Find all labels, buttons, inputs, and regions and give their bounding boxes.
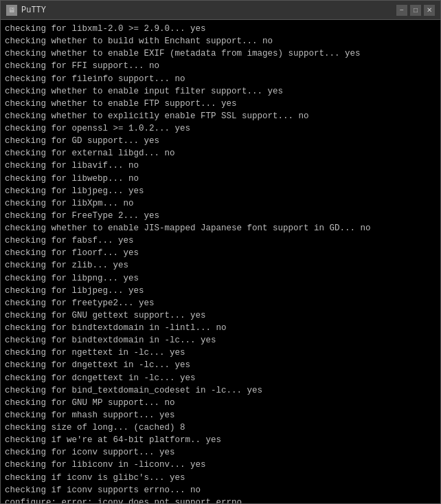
terminal-line: checking whether to enable JIS-mapped Ja… <box>5 222 436 234</box>
app-icon: 🖥 <box>6 5 17 16</box>
terminal-line: checking for libiconv in -liconv... yes <box>5 459 436 471</box>
terminal-line: checking for openssl >= 1.0.2... yes <box>5 122 436 135</box>
maximize-button[interactable]: □ <box>410 5 421 16</box>
terminal-line: checking whether to enable input filter … <box>5 85 436 98</box>
terminal-line: checking for external libgd... no <box>5 147 436 160</box>
terminal-line: checking size of long... (cached) 8 <box>5 421 436 434</box>
titlebar: 🖥 PuTTY − □ ✕ <box>1 1 440 20</box>
terminal-line: checking for bindtextdomain in -lintl...… <box>5 322 436 334</box>
terminal-line: checking for GD support... yes <box>5 135 436 147</box>
putty-window: 🖥 PuTTY − □ ✕ checking for libxml-2.0 >=… <box>0 0 441 504</box>
close-button[interactable]: ✕ <box>424 5 435 16</box>
terminal-line: checking if iconv is glibc's... yes <box>5 472 436 484</box>
terminal-line: checking whether to build with Enchant s… <box>5 35 436 47</box>
terminal-line: checking for mhash support... yes <box>5 409 436 421</box>
terminal-line: checking for libjpeg... yes <box>5 285 436 297</box>
terminal-line: checking for libXpm... no <box>5 197 436 210</box>
terminal-line: checking for freetype2... yes <box>5 297 436 309</box>
terminal-line: checking for libjpeg... yes <box>5 185 436 197</box>
terminal-line: checking for dcngettext in -lc... yes <box>5 372 436 384</box>
terminal-line: checking for bind_textdomain_codeset in … <box>5 384 436 397</box>
terminal-line: checking if iconv supports errno... no <box>5 484 436 496</box>
terminal-line: checking for GNU gettext support... yes <box>5 309 436 322</box>
terminal-line: checking for libxml-2.0 >= 2.9.0... yes <box>5 23 436 35</box>
terminal-line: checking for ngettext in -lc... yes <box>5 347 436 359</box>
titlebar-left: 🖥 PuTTY <box>6 5 46 16</box>
terminal-line: checking whether to enable FTP support..… <box>5 98 436 110</box>
terminal-output[interactable]: checking for libxml-2.0 >= 2.9.0... yesc… <box>1 20 440 503</box>
terminal-line: checking for iconv support... yes <box>5 446 436 459</box>
terminal-line: checking for fileinfo support... no <box>5 73 436 85</box>
terminal-line: configure: error: iconv does not support… <box>5 496 436 503</box>
terminal-line: checking for libwebp... no <box>5 173 436 185</box>
terminal-line: checking for fabsf... yes <box>5 234 436 247</box>
terminal-line: checking if we're at 64-bit platform.. y… <box>5 434 436 446</box>
terminal-line: checking for FreeType 2... yes <box>5 210 436 222</box>
terminal-line: checking for GNU MP support... no <box>5 397 436 409</box>
terminal-line: checking for bindtextdomain in -lc... ye… <box>5 334 436 347</box>
terminal-line: checking for floorf... yes <box>5 247 436 259</box>
terminal-line: checking for dngettext in -lc... yes <box>5 359 436 371</box>
terminal-line: checking for libpng... yes <box>5 272 436 285</box>
terminal-line: checking for libavif... no <box>5 160 436 172</box>
minimize-button[interactable]: − <box>396 5 407 16</box>
terminal-line: checking for FFI support... no <box>5 60 436 72</box>
terminal-line: checking whether to enable EXIF (metadat… <box>5 47 436 60</box>
terminal-line: checking whether to explicitly enable FT… <box>5 110 436 122</box>
window-controls: − □ ✕ <box>396 5 435 16</box>
window-title: PuTTY <box>21 6 46 15</box>
terminal-line: checking for zlib... yes <box>5 259 436 272</box>
